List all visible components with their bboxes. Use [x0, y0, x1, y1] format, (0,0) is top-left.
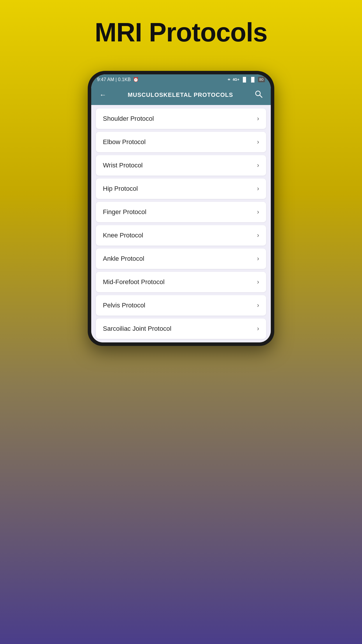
protocol-list: Shoulder Protocol › Elbow Protocol › Wri… [91, 105, 271, 342]
list-item-label: Elbow Protocol [103, 138, 146, 146]
back-button[interactable]: ← [97, 90, 109, 100]
list-item[interactable]: Finger Protocol › [96, 202, 266, 222]
list-item[interactable]: Mid-Forefoot Protocol › [96, 272, 266, 292]
svg-line-1 [260, 95, 262, 97]
list-item[interactable]: Wrist Protocol › [96, 155, 266, 176]
list-item-label: Shoulder Protocol [103, 115, 154, 123]
chevron-right-icon: › [257, 162, 259, 169]
signal-icon: ▐▌ [241, 77, 248, 82]
list-item-label: Wrist Protocol [103, 162, 143, 169]
list-item[interactable]: Ankle Protocol › [96, 249, 266, 269]
list-item-label: Sarcoiliac Joint Protocol [103, 325, 171, 332]
chevron-right-icon: › [257, 232, 259, 239]
list-item[interactable]: Sarcoiliac Joint Protocol › [96, 318, 266, 339]
list-item-label: Finger Protocol [103, 208, 146, 216]
chevron-right-icon: › [257, 138, 259, 146]
list-item-label: Pelvis Protocol [103, 302, 145, 309]
list-item[interactable]: Shoulder Protocol › [96, 108, 266, 129]
list-item[interactable]: Pelvis Protocol › [96, 295, 266, 316]
screen-title: MUSCULOSKELETAL PROTOCOLS [109, 92, 252, 98]
bluetooth-icon: ⚭ [227, 77, 231, 82]
battery-container: 80 [258, 77, 265, 82]
phone-screen: 9:47 AM | 0.1KB ⏰ ⚭ 4G+ ▐▌ ▐▌ 80 ← MUSCU… [91, 74, 271, 342]
phone-frame: 9:47 AM | 0.1KB ⏰ ⚭ 4G+ ▐▌ ▐▌ 80 ← MUSCU… [88, 71, 274, 346]
chevron-right-icon: › [257, 115, 259, 123]
list-item[interactable]: Hip Protocol › [96, 178, 266, 199]
top-bar: ← MUSCULOSKELETAL PROTOCOLS [91, 85, 271, 105]
chevron-right-icon: › [257, 325, 259, 332]
chevron-right-icon: › [257, 302, 259, 309]
chevron-right-icon: › [257, 185, 259, 192]
list-item[interactable]: Knee Protocol › [96, 225, 266, 246]
status-time: 9:47 AM | 0.1KB [97, 77, 131, 82]
status-bar: 9:47 AM | 0.1KB ⏰ ⚭ 4G+ ▐▌ ▐▌ 80 [91, 74, 271, 85]
list-item-label: Knee Protocol [103, 232, 143, 239]
chevron-right-icon: › [257, 278, 259, 286]
status-left: 9:47 AM | 0.1KB ⏰ [97, 77, 139, 82]
page-title: MRI Protocols [95, 18, 267, 48]
status-right: ⚭ 4G+ ▐▌ ▐▌ 80 [227, 77, 265, 82]
list-item[interactable]: Elbow Protocol › [96, 132, 266, 152]
search-button[interactable] [252, 89, 265, 101]
list-item-label: Hip Protocol [103, 185, 138, 192]
list-item-label: Mid-Forefoot Protocol [103, 278, 165, 286]
list-item-label: Ankle Protocol [103, 255, 144, 262]
chevron-right-icon: › [257, 208, 259, 216]
signal-icon-2: ▐▌ [249, 77, 256, 82]
alarm-icon: ⏰ [133, 77, 139, 82]
chevron-right-icon: › [257, 255, 259, 262]
lte-icon: 4G+ [233, 78, 239, 82]
